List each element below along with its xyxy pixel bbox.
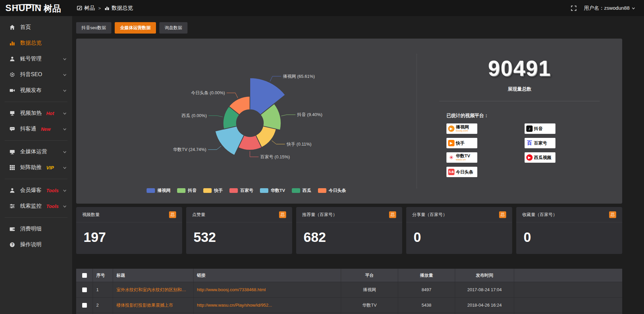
stat-card-value: 197	[76, 222, 182, 245]
sidebar-divider	[5, 217, 67, 218]
select-all-checkbox[interactable]	[82, 273, 87, 278]
stat-card-value: 0	[516, 222, 622, 245]
screen-icon	[9, 110, 15, 116]
sidebar-item-home[interactable]: 首页	[0, 19, 72, 35]
pie-label: 百家号 (0.15%)	[260, 154, 290, 159]
rose-pie-chart: 播视网 (65.61%)抖音 (9.40%)快手 (0.11%)百家号 (0.1…	[76, 39, 417, 196]
legend-swatch	[229, 188, 238, 193]
sidebar-divider	[5, 102, 67, 102]
sidebar-item-matrix-boost[interactable]: 矩阵助推 VIP	[0, 160, 72, 175]
bar-chart-icon	[104, 5, 110, 11]
username-label: 用户名：zswodun88	[584, 5, 630, 11]
sidebar-item-label: 首页	[20, 24, 31, 31]
tools-badge: Tools	[46, 204, 59, 209]
pie-chart-area: 播视网 (65.61%)抖音 (9.40%)快手 (0.11%)百家号 (0.1…	[76, 39, 417, 204]
sidebar-item-label: 抖客通	[20, 125, 36, 133]
stat-card-video-count: 视频数量总 197	[76, 207, 182, 254]
video-camera-icon	[9, 88, 15, 93]
sidebar-item-label: 操作说明	[20, 241, 42, 248]
platform-badge-kuaishou: ▶快手	[446, 138, 477, 148]
stat-card-title: 分享量（百家号）	[412, 212, 447, 218]
col-header-title: 标题	[113, 269, 194, 282]
total-badge[interactable]: 总	[609, 211, 616, 218]
legend-swatch	[292, 188, 300, 193]
video-url-link[interactable]: http://www.wasu.cn/Play/show/id/952...	[197, 303, 272, 308]
chevron-down-icon	[63, 111, 67, 115]
stat-card-value: 682	[296, 222, 402, 245]
sidebar-item-label: 视频加热	[20, 110, 42, 117]
pie-label: 今日头条 (0.00%)	[191, 90, 225, 95]
question-circle-icon: ?	[9, 242, 15, 248]
pie-slice[interactable]	[215, 126, 244, 155]
legend-item[interactable]: 快手	[203, 188, 223, 194]
row-checkbox[interactable]	[82, 303, 87, 308]
stat-card-likes: 点赞量总 532	[186, 207, 292, 254]
sidebar-item-spend-detail[interactable]: 消费明细	[0, 221, 72, 237]
row-checkbox[interactable]	[82, 287, 87, 292]
pie-label-line	[281, 115, 296, 116]
legend-item[interactable]: 播视网	[147, 188, 170, 194]
video-url-link[interactable]: http://www.boosj.com/7338468.html	[197, 287, 266, 292]
stat-card-title: 视频数量	[82, 212, 100, 218]
sidebar-item-label: 视频发布	[20, 87, 42, 94]
sidebar-divider	[5, 179, 67, 179]
video-title-link[interactable]: 楼体投影灯投影效果震撼上市	[116, 302, 173, 308]
pie-label: 西瓜 (0.00%)	[181, 113, 207, 118]
sidebar-item-video-heat[interactable]: 视频加热 Hot	[0, 105, 72, 121]
sidebar-item-label: 数据总览	[20, 40, 42, 47]
breadcrumb: 树品 > 数据总览	[77, 5, 133, 12]
fullscreen-icon[interactable]	[571, 5, 577, 11]
total-impressions-label: 展现量总数	[417, 86, 622, 92]
user-icon	[9, 56, 15, 62]
chevron-down-icon	[63, 89, 67, 93]
video-title-link[interactable]: 室外水纹灯和室内水纹灯的区别和简介	[116, 287, 190, 293]
platform-badge-douyin: ♪抖音	[525, 123, 555, 134]
user-menu[interactable]: 用户名：zswodun88	[584, 5, 635, 11]
pie-label-line	[209, 116, 223, 117]
videos-table: 序号 标题 链接 平台 播放量 发布时间 1 室外水纹灯和室内水纹灯的区别和简介…	[76, 269, 622, 314]
sidebar-item-account[interactable]: 账号管理	[0, 51, 72, 67]
sidebar-item-help[interactable]: ? 操作说明	[0, 237, 72, 253]
legend-item[interactable]: 今日头条	[318, 188, 346, 194]
chevron-down-icon	[63, 204, 67, 208]
tab-inquiry-data[interactable]: 询盘数据	[159, 22, 187, 34]
grid-icon	[9, 165, 15, 170]
chevron-down-icon	[63, 150, 67, 154]
total-badge[interactable]: 总	[499, 211, 506, 218]
sidebar-item-video-publish[interactable]: 视频发布	[0, 83, 72, 98]
stat-card-value: 0	[406, 222, 512, 245]
cell-platform: 播视网	[341, 282, 398, 297]
data-tabs: 抖音seo数据 全媒体运营数据 询盘数据	[76, 22, 622, 34]
legend-item[interactable]: 抖音	[177, 188, 197, 194]
monitor-icon	[9, 149, 15, 155]
total-badge[interactable]: 总	[169, 211, 176, 218]
tab-douyin-seo-data[interactable]: 抖音seo数据	[76, 22, 111, 34]
total-badge[interactable]: 总	[279, 211, 286, 218]
platforms-title: 已统计的视频平台：	[446, 113, 622, 119]
sidebar-item-douyin-seo[interactable]: 抖音SEO	[0, 67, 72, 83]
legend-item[interactable]: 西瓜	[292, 188, 311, 194]
sidebar-item-doketong[interactable]: 抖客通 New	[0, 121, 72, 137]
legend-item[interactable]: 华数TV	[260, 188, 285, 194]
breadcrumb-separator: >	[98, 6, 101, 11]
chevron-down-icon	[63, 166, 67, 170]
cell-time: 2018-04-26 16:24	[455, 298, 514, 313]
hot-badge: Hot	[46, 111, 54, 116]
legend-swatch	[318, 188, 326, 193]
summary-area: 90491 展现量总数 已统计的视频平台： ▶播视网boosj.com ♪抖音 …	[417, 39, 622, 204]
sidebar-item-lead-monitor[interactable]: 线索监控 Tools	[0, 198, 72, 214]
tab-omnimedia-data[interactable]: 全媒体运营数据	[115, 22, 156, 34]
sidebar-item-data-overview[interactable]: 数据总览	[0, 35, 72, 51]
gear-icon	[9, 72, 15, 77]
pie-label-line	[208, 146, 221, 150]
platform-badge-baijiahao: 百百家号	[525, 138, 555, 148]
sidebar-item-omnimedia[interactable]: 全媒体运营	[0, 144, 72, 160]
sidebar-item-member-burst[interactable]: 会员爆客 Tools	[0, 182, 72, 198]
douyin-logo: ♪	[526, 125, 533, 132]
platform-badge-boosj: ▶播视网boosj.com	[446, 123, 477, 134]
total-badge[interactable]: 总	[389, 211, 396, 218]
breadcrumb-root[interactable]: 树品	[77, 5, 95, 12]
breadcrumb-current[interactable]: 数据总览	[104, 5, 133, 12]
legend-item[interactable]: 百家号	[229, 188, 253, 194]
platform-badge-wasu: ✳华数TVwasu.cn	[446, 152, 477, 163]
